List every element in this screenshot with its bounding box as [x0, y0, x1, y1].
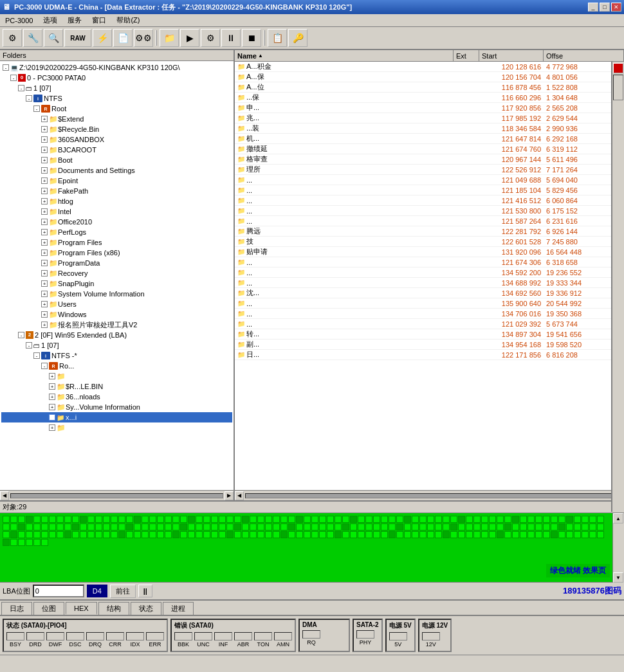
expand-icon[interactable]: +	[49, 383, 55, 390]
file-row[interactable]: 📁A...保120 156 7044 801 056	[235, 72, 624, 82]
file-row[interactable]: 📁...121 530 8006 175 152	[235, 206, 624, 216]
file-row[interactable]: 📁...121 029 3925 673 744	[235, 319, 624, 329]
expand-icon[interactable]: +	[41, 198, 48, 204]
lba-pause-btn[interactable]: ||	[138, 585, 152, 597]
expand-icon[interactable]: +	[41, 270, 48, 277]
expand-icon[interactable]: -	[26, 342, 32, 349]
expand-icon[interactable]: +	[41, 157, 48, 163]
col-header-ext[interactable]: Ext	[454, 50, 479, 61]
file-row[interactable]: 📁A...位116 878 4561 522 808	[235, 82, 624, 93]
file-row[interactable]: 📁...装118 346 5842 990 936	[235, 123, 624, 134]
expand-icon[interactable]: +	[41, 239, 48, 246]
tree-node-selected[interactable]: - 📁 x...i	[1, 412, 232, 422]
file-row[interactable]: 📁格审查120 967 1445 611 496	[235, 154, 624, 165]
tree-node-bjcaroot[interactable]: + 📁 BJCAROOT	[1, 145, 232, 155]
tree-node-program-files-x86[interactable]: + 📁 Program Files (x86)	[1, 248, 232, 258]
file-row[interactable]: 📁贴申请131 920 09616 564 448	[235, 247, 624, 257]
tree-node-recovery[interactable]: + 📁 Recovery	[1, 268, 232, 278]
expand-icon[interactable]: +	[41, 177, 48, 184]
menu-window[interactable]: 窗口	[87, 14, 111, 26]
right-edge-btn2[interactable]	[613, 75, 623, 100]
file-row[interactable]: 📁理所122 526 9127 171 264	[235, 165, 624, 175]
tree-h-scroll[interactable]: ◀ ▶	[0, 490, 234, 500]
scroll-track2[interactable]	[245, 493, 614, 498]
expand-icon[interactable]: +	[41, 147, 48, 153]
file-row[interactable]: 📁...保116 660 2961 304 648	[235, 93, 624, 103]
file-row[interactable]: 📁兆...117 985 1922 629 544	[235, 113, 624, 123]
col-header-name[interactable]: Name ▲	[235, 50, 454, 61]
file-row[interactable]: 📁...121 674 3066 318 658	[235, 257, 624, 268]
expand-icon[interactable]: +	[41, 311, 48, 318]
toolbar-pause-btn[interactable]: ⏸	[221, 29, 241, 47]
file-row[interactable]: 📁...121 416 5126 060 864	[235, 195, 624, 206]
menu-options[interactable]: 选项	[38, 14, 62, 26]
tree-node-htlog[interactable]: + 📁 htlog	[1, 196, 232, 206]
toolbar-search-btn[interactable]: 🔍	[44, 29, 63, 47]
tree-node-intel[interactable]: + 📁 Intel	[1, 206, 232, 217]
expand-icon[interactable]: +	[41, 116, 48, 122]
col-header-start[interactable]: Start	[479, 50, 544, 61]
expand-icon[interactable]: +	[49, 404, 55, 410]
file-row[interactable]: 📁撤绩延121 674 7606 319 112	[235, 144, 624, 154]
tree-node-sub1[interactable]: + 📁	[1, 371, 232, 381]
toolbar-wrench-btn[interactable]: 🔧	[23, 29, 42, 47]
expand-icon[interactable]: +	[41, 188, 48, 194]
files-h-scroll[interactable]: ◀ ▶	[235, 490, 624, 500]
block-v-scrollbar[interactable]: ▲ ▼	[612, 513, 624, 583]
expand-icon[interactable]: +	[41, 301, 48, 307]
menu-help[interactable]: 帮助(Z)	[111, 14, 145, 26]
expand-icon[interactable]: +	[41, 250, 48, 256]
expand-icon[interactable]: -	[10, 75, 17, 81]
tree-node-partition1[interactable]: - 🗃 1 [07]	[1, 83, 232, 93]
file-row[interactable]: 📁沈...134 692 56019 336 912	[235, 288, 624, 298]
lba-input[interactable]	[33, 585, 84, 597]
file-row[interactable]: 📁副...134 954 16819 598 520	[235, 340, 624, 350]
expand-icon[interactable]: +	[41, 167, 48, 174]
tab-hex[interactable]: HEX	[66, 602, 97, 615]
toolbar-clipboard-btn[interactable]: 📋	[268, 29, 287, 47]
expand-icon[interactable]: +	[41, 126, 48, 132]
toolbar-play-btn[interactable]: ▶	[180, 29, 199, 47]
tree-node-ntfs1[interactable]: - i NTFS	[1, 93, 232, 104]
file-row[interactable]: 📁...121 587 2646 231 616	[235, 216, 624, 226]
tab-bitmap[interactable]: 位图	[33, 602, 64, 615]
scroll-track[interactable]	[10, 493, 223, 498]
toolbar-flash-btn[interactable]: ⚡	[93, 29, 112, 47]
block-scroll-down-btn[interactable]: ▼	[613, 572, 623, 583]
scroll-right-btn[interactable]: ▶	[225, 491, 234, 500]
block-scroll-up-btn[interactable]: ▲	[613, 513, 623, 523]
toolbar-settings-btn[interactable]: ⚙	[3, 29, 22, 47]
tree-node-root2[interactable]: - R Ro...	[1, 361, 232, 371]
expand-icon[interactable]: -	[18, 332, 24, 338]
tree-node-sysvolinfo2[interactable]: + 📁 Sy...Volume Information	[1, 402, 232, 412]
toolbar-open-btn[interactable]: 📁	[160, 29, 179, 47]
tree-node-root[interactable]: - 💻 Z:\2019\20200229-4G50-KINGBANK KP310…	[1, 62, 232, 73]
tree-node-snapplugin[interactable]: + 📁 SnapPlugin	[1, 278, 232, 289]
tree-node-downloads[interactable]: + 📁 36...nloads	[1, 392, 232, 402]
tree-node-recycle-bin[interactable]: + 📁 $Recycle.Bin	[1, 124, 232, 134]
tree-node-extend[interactable]: + 📁 $Extend	[1, 114, 232, 124]
tree-node-program-files[interactable]: + 📁 Program Files	[1, 237, 232, 248]
tab-structure[interactable]: 结构	[98, 602, 129, 615]
expand-icon[interactable]: -	[41, 363, 48, 369]
scroll-left-btn2[interactable]: ◀	[235, 491, 244, 500]
right-edge-btn1[interactable]	[613, 63, 623, 73]
minimize-btn[interactable]: _	[588, 3, 598, 12]
lba-prev-btn[interactable]: 前往	[110, 585, 136, 598]
expand-icon[interactable]: -	[26, 95, 32, 102]
file-row[interactable]: 📁日...122 171 8566 816 208	[235, 350, 624, 360]
close-btn[interactable]: ✕	[611, 3, 621, 12]
file-row[interactable]: 📁腾远122 281 7926 926 144	[235, 226, 624, 237]
file-row[interactable]: 📁A...积金120 128 6164 772 968	[235, 62, 624, 72]
file-row[interactable]: 📁...135 900 64020 544 992	[235, 298, 624, 309]
menu-pc3000[interactable]: PC-3000	[0, 15, 38, 26]
menu-services[interactable]: 服务	[62, 14, 87, 26]
tree-node-photo-tool[interactable]: + 📁 报名照片审核处理工具V2	[1, 320, 232, 330]
file-row[interactable]: 📁技122 601 5287 245 880	[235, 237, 624, 247]
file-row[interactable]: 📁...121 185 1045 829 456	[235, 185, 624, 195]
toolbar-raw-btn[interactable]: RAW	[64, 29, 91, 47]
tree-node-360sandbox[interactable]: + 📁 360SANDBOX	[1, 134, 232, 145]
expand-icon[interactable]: +	[41, 291, 48, 297]
tree-node-sysvolinfo[interactable]: + 📁 System Volume Information	[1, 289, 232, 299]
expand-icon[interactable]: -	[49, 414, 55, 421]
